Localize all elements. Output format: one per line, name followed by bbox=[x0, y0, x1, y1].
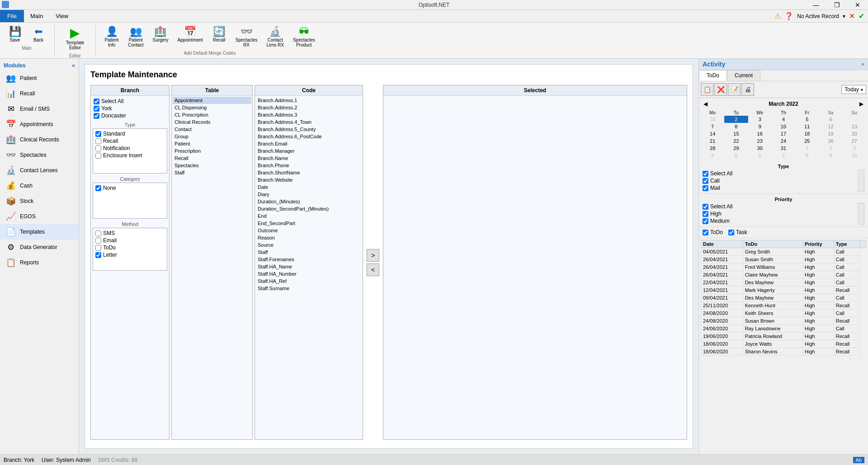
code-item-27[interactable]: Staff.Surname bbox=[256, 285, 362, 292]
sidebar-item-data-generator[interactable]: ⚙ Data Generator bbox=[0, 240, 79, 255]
sidebar-collapse-button[interactable]: « bbox=[72, 62, 75, 69]
type-enclosure-insert-checkbox[interactable] bbox=[95, 153, 101, 159]
table-row[interactable]: 19/06/2020 Patricia Rowland High Recall bbox=[701, 333, 866, 340]
method-todo-checkbox[interactable] bbox=[95, 245, 101, 251]
cal-day[interactable]: 5 bbox=[795, 116, 819, 123]
table-item-group[interactable]: Group bbox=[173, 133, 251, 140]
code-item-9[interactable]: Branch.Name bbox=[256, 155, 362, 162]
recall-button[interactable]: 🔄 Recall bbox=[208, 24, 231, 50]
type-notification-checkbox[interactable] bbox=[95, 146, 101, 151]
code-item-16[interactable]: Duration_SecondPart_(Minutes) bbox=[256, 205, 362, 212]
cal-day[interactable]: 27 bbox=[843, 137, 866, 145]
category-none[interactable]: None bbox=[94, 184, 165, 192]
priority-high[interactable]: High bbox=[703, 210, 856, 217]
code-item-5[interactable]: Branch.Address.5_County bbox=[256, 126, 362, 133]
template-editor-button[interactable]: ▶ TemplateEditor bbox=[59, 24, 91, 52]
main-menu[interactable]: Main bbox=[24, 11, 49, 21]
code-item-15[interactable]: Duration_(Minutes) bbox=[256, 198, 362, 205]
cal-day[interactable]: 7 bbox=[772, 152, 795, 159]
file-menu[interactable]: File bbox=[0, 10, 24, 22]
activity-delete-button[interactable]: ❌ bbox=[714, 83, 727, 96]
method-todo[interactable]: ToDo bbox=[94, 244, 165, 251]
code-item-2[interactable]: Branch.Address.2 bbox=[256, 104, 362, 111]
type-recall-checkbox[interactable] bbox=[95, 138, 101, 144]
activity-edit-button[interactable]: 📝 bbox=[728, 83, 741, 96]
priority-high-checkbox[interactable] bbox=[703, 211, 708, 217]
no-record-dropdown[interactable]: ▾ bbox=[843, 13, 845, 19]
branch-york-checkbox[interactable] bbox=[94, 106, 99, 112]
table-item-prescription[interactable]: Prescription bbox=[173, 147, 251, 155]
help-icon[interactable]: ❓ bbox=[784, 12, 793, 20]
sidebar-item-contact-lenses[interactable]: 🔬 Contact Lenses bbox=[0, 163, 79, 178]
cal-day[interactable]: 1 bbox=[795, 145, 819, 152]
sidebar-item-appointments[interactable]: 📅 Appointments bbox=[0, 117, 79, 132]
code-item-3[interactable]: Branch.Address.3 bbox=[256, 111, 362, 118]
cal-day[interactable]: 24 bbox=[772, 137, 795, 145]
filter-todo-checkbox[interactable] bbox=[703, 230, 708, 235]
table-row[interactable]: 18/06/2020 Joyce Watts High Recall bbox=[701, 340, 866, 348]
table-item-contact[interactable]: Contact bbox=[173, 126, 251, 133]
spectacles-rx-button[interactable]: 👓 SpectaclesRX bbox=[231, 24, 262, 50]
date-dropdown[interactable]: Today ▾ bbox=[841, 85, 866, 94]
table-row[interactable]: 24/08/2020 Keith Sheers High Call bbox=[701, 310, 866, 317]
type-call-checkbox[interactable] bbox=[703, 178, 708, 184]
table-row[interactable]: 26/04/2021 Claire Mayhew High Call bbox=[701, 271, 866, 279]
table-item-cl-prescription[interactable]: CL Prescription bbox=[173, 111, 251, 118]
type-select-all-checkbox[interactable] bbox=[703, 171, 708, 177]
filter-task-checkbox[interactable] bbox=[728, 230, 734, 235]
patient-contact-button[interactable]: 👥 PatientContact bbox=[124, 24, 147, 50]
priority-select-all[interactable]: Select All bbox=[703, 203, 856, 210]
cal-day[interactable]: 28 bbox=[701, 116, 724, 123]
cal-day[interactable]: 6 bbox=[819, 116, 842, 123]
table-row[interactable]: 25/11/2020 Kenneth Hunt High Recall bbox=[701, 302, 866, 310]
code-item-18[interactable]: End_SecondPart bbox=[256, 220, 362, 227]
code-item-12[interactable]: Branch.Website bbox=[256, 176, 362, 183]
priority-medium-checkbox[interactable] bbox=[703, 218, 708, 224]
code-item-21[interactable]: Source bbox=[256, 241, 362, 249]
type-scrollbar[interactable] bbox=[858, 170, 864, 192]
cal-day[interactable]: 25 bbox=[795, 137, 819, 145]
transfer-left-button[interactable]: < bbox=[367, 263, 379, 276]
surgery-button[interactable]: 🏥 Surgery bbox=[148, 24, 172, 50]
cal-day-today[interactable]: 2 bbox=[724, 116, 748, 123]
sidebar-item-reports[interactable]: 📋 Reports bbox=[0, 255, 79, 270]
priority-scrollbar[interactable] bbox=[858, 203, 864, 225]
sidebar-item-clinical-records[interactable]: 🏥 Clinical Records bbox=[0, 132, 79, 147]
view-menu[interactable]: View bbox=[49, 11, 75, 21]
cal-day[interactable]: 10 bbox=[843, 152, 866, 159]
code-item-10[interactable]: Branch.Phone bbox=[256, 162, 362, 169]
sidebar-item-email-sms[interactable]: ✉ Email / SMS bbox=[0, 101, 79, 117]
code-item-20[interactable]: Reason bbox=[256, 234, 362, 241]
cal-day[interactable]: 13 bbox=[843, 123, 866, 130]
type-standard-checkbox[interactable] bbox=[95, 131, 101, 137]
cal-day[interactable]: 28 bbox=[701, 145, 724, 152]
save-button[interactable]: 💾 Save bbox=[4, 24, 26, 45]
code-item-14[interactable]: Diary bbox=[256, 191, 362, 198]
branch-doncaster[interactable]: Doncaster bbox=[93, 112, 167, 119]
method-letter[interactable]: Letter bbox=[94, 251, 165, 258]
cal-day[interactable]: 18 bbox=[795, 130, 819, 137]
sidebar-item-egos[interactable]: 📈 EGOS bbox=[0, 209, 79, 224]
method-sms[interactable]: SMS bbox=[94, 230, 165, 237]
cal-day[interactable]: 15 bbox=[724, 130, 748, 137]
method-email-checkbox[interactable] bbox=[95, 238, 101, 244]
tab-current[interactable]: Current bbox=[727, 70, 760, 81]
cal-day[interactable]: 3 bbox=[748, 116, 772, 123]
transfer-right-button[interactable]: > bbox=[367, 249, 379, 262]
cal-day[interactable]: 22 bbox=[724, 137, 748, 145]
cal-day[interactable]: 14 bbox=[701, 130, 724, 137]
cal-day[interactable]: 7 bbox=[701, 123, 724, 130]
sidebar-item-patient[interactable]: 👥 Patient bbox=[0, 70, 79, 86]
cal-day[interactable]: 6 bbox=[748, 152, 772, 159]
table-item-appointment[interactable]: Appointment bbox=[173, 97, 251, 104]
cal-day[interactable]: 19 bbox=[819, 130, 842, 137]
table-row[interactable]: 04/05/2021 Greg Smith High Call bbox=[701, 248, 866, 256]
cal-day[interactable]: 16 bbox=[748, 130, 772, 137]
sidebar-item-stock[interactable]: 📦 Stock bbox=[0, 193, 79, 209]
cal-day[interactable]: 17 bbox=[772, 130, 795, 137]
table-row[interactable]: 24/08/2020 Susan Brown High Recall bbox=[701, 317, 866, 325]
code-item-25[interactable]: Staff.HA_Number bbox=[256, 270, 362, 277]
contact-lens-rx-button[interactable]: 🔬 ContactLens RX bbox=[263, 24, 288, 50]
close-x-icon[interactable]: ✕ bbox=[849, 12, 855, 20]
cal-day[interactable]: 8 bbox=[724, 123, 748, 130]
